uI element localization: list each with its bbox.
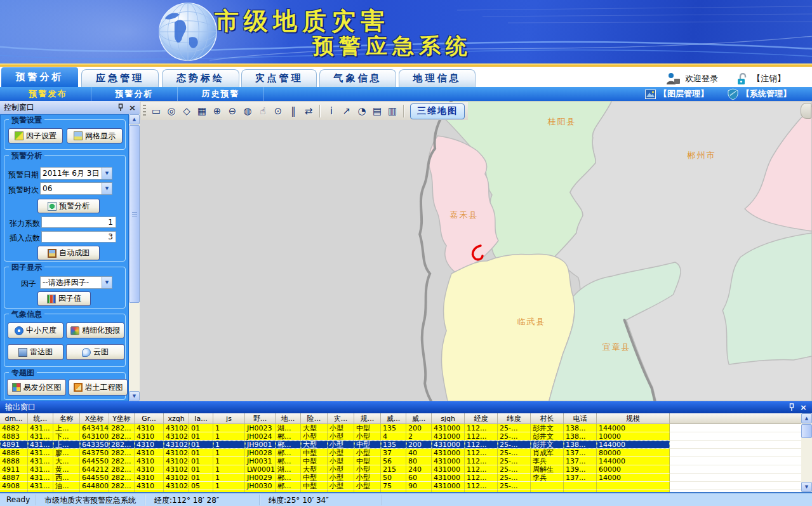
column-header[interactable]: Y坐标 <box>109 413 135 423</box>
pause-icon[interactable]: ‖ <box>286 103 301 119</box>
chevron-down-icon[interactable]: ▼ <box>102 168 112 179</box>
table-row[interactable]: 4886431...廖...643750282...4310431024011J… <box>0 449 801 457</box>
column-header[interactable]: xzqh <box>164 413 189 423</box>
welcome-login[interactable]: 欢迎登录 <box>665 72 718 86</box>
table-row[interactable]: 4891431...上...643350282...4310431024011J… <box>0 441 801 449</box>
column-header[interactable]: 灾... <box>328 413 354 423</box>
factor-select[interactable]: --请选择因子- ▼ <box>40 276 112 289</box>
pan-icon[interactable]: ☝ <box>255 103 270 119</box>
main-tab-6[interactable]: 地理信息 <box>399 69 476 87</box>
column-header[interactable]: 经度 <box>465 413 498 423</box>
control-panel-close-icon[interactable]: × <box>129 105 136 111</box>
control-panel-scrollbar[interactable]: ▲ ▼ <box>129 114 140 401</box>
grid-select-icon[interactable]: ▦ <box>194 103 210 119</box>
column-header[interactable]: js <box>213 413 245 423</box>
geotech-map-button[interactable]: 岩土工程图 <box>69 379 128 396</box>
zoom-in-icon[interactable]: ⊕ <box>210 103 225 119</box>
measure-circle-icon[interactable]: ◎ <box>164 103 179 119</box>
identify-icon[interactable]: i <box>324 103 339 119</box>
factor-value-button[interactable]: 因子值 <box>37 291 91 306</box>
scrollbar-thumb[interactable] <box>129 125 140 303</box>
chevron-down-icon[interactable]: ▼ <box>102 183 112 194</box>
factor-settings-button[interactable]: 因子设置 <box>8 128 63 143</box>
column-header[interactable]: 野... <box>245 413 276 423</box>
column-header[interactable]: la... <box>189 413 213 423</box>
factor-select-value: --请选择因子- <box>43 277 89 288</box>
column-header[interactable]: 威... <box>381 413 406 423</box>
zoom-box-icon[interactable]: ⊙ <box>270 103 286 119</box>
warning-analyze-button[interactable]: 预警分析 <box>37 199 100 213</box>
table-row[interactable]: 4882431...上...643414282...4310431024011J… <box>0 424 801 432</box>
column-header[interactable]: Gr... <box>135 413 164 423</box>
warning-time-select[interactable]: 06 ▼ <box>40 182 112 195</box>
gauge-icon[interactable]: ◔ <box>354 103 369 119</box>
output-pin-icon[interactable] <box>789 403 795 411</box>
tension-coefficient-input[interactable] <box>41 216 116 228</box>
zoom-out-icon[interactable]: ⊖ <box>225 103 240 119</box>
main-tab-4[interactable]: 灾点管理 <box>241 69 317 87</box>
main-tab-5[interactable]: 气象信息 <box>319 69 396 87</box>
table-cell: 中型 <box>354 441 381 449</box>
auto-map-button[interactable]: 自动成图 <box>37 246 100 260</box>
map-3d-button[interactable]: 三维地图 <box>410 103 465 119</box>
table-row[interactable]: 4911431...黄...644212282...4310431025011L… <box>0 465 801 474</box>
export-icon[interactable]: ↗ <box>339 103 354 119</box>
column-header[interactable]: X坐标 <box>80 413 109 423</box>
scroll-down-icon[interactable]: ▼ <box>801 482 812 492</box>
swap-refresh-icon[interactable]: ⇄ <box>301 103 316 119</box>
column-header[interactable]: 规... <box>354 413 381 423</box>
zoning-map-button[interactable]: 易发分区图 <box>7 379 66 396</box>
column-header[interactable]: 统... <box>28 413 53 423</box>
column-header[interactable]: dm... <box>0 413 28 423</box>
column-header[interactable]: 规模 <box>597 413 670 423</box>
column-header[interactable]: 名称 <box>53 413 80 423</box>
app-title-line2: 预警应急系统 <box>312 32 472 61</box>
control-panel-pin-icon[interactable] <box>117 103 124 112</box>
chevron-down-icon[interactable]: ▼ <box>102 277 112 288</box>
table-cell: 小型 <box>301 432 328 441</box>
table-row[interactable]: 4883431...下...643100282...4310431024011J… <box>0 432 801 441</box>
measure-distance-icon[interactable]: ▭ <box>149 103 164 119</box>
insert-points-input[interactable] <box>41 231 116 243</box>
column-header[interactable]: 纬度 <box>498 413 531 423</box>
map-canvas[interactable]: 桂阳县郴州市嘉禾县临武县宜章县 ▭◎◇▦⊕⊖◍☝⊙‖⇄i↗◔▤▥ 三维地图 <box>140 101 812 401</box>
table-cell: 小型 <box>354 482 381 490</box>
scroll-up-icon[interactable]: ▲ <box>801 413 812 423</box>
table-row[interactable]: 4887431...西...644550282...4310431024011J… <box>0 474 801 482</box>
main-tab-1[interactable]: 预警分析 <box>1 67 78 87</box>
main-tab-2[interactable]: 应急管理 <box>81 69 159 87</box>
sub-tab-2[interactable]: 预警分析 <box>91 87 178 101</box>
column-header[interactable]: 威... <box>406 413 432 423</box>
column-header[interactable]: 电话 <box>564 413 597 423</box>
scroll-up-icon[interactable]: ▲ <box>129 114 140 124</box>
layer-management-button[interactable]: 【图层管理】 <box>645 87 709 101</box>
column-header[interactable]: 村长 <box>531 413 564 423</box>
output-scrollbar[interactable]: ▲ ▼ <box>801 413 812 492</box>
measure-polygon-icon[interactable]: ◇ <box>179 103 194 119</box>
print-preview-icon[interactable]: ▥ <box>385 103 400 119</box>
column-header[interactable]: sjqh <box>432 413 465 423</box>
print-icon[interactable]: ▤ <box>369 103 385 119</box>
logout-button[interactable]: 【注销】 <box>736 72 785 86</box>
column-header[interactable]: 地... <box>276 413 301 423</box>
map-corner-widget[interactable] <box>801 103 811 119</box>
scrollbar-thumb[interactable] <box>801 424 812 438</box>
refined-forecast-button[interactable]: 精细化预报 <box>66 323 124 338</box>
full-extent-icon[interactable]: ◍ <box>240 103 255 119</box>
table-row[interactable]: 4908431...油...644800282...4310431024051J… <box>0 482 801 490</box>
sub-tab-3[interactable]: 历史预警 <box>178 87 264 101</box>
grid-display-button[interactable]: 网格显示 <box>67 128 123 143</box>
warning-date-select[interactable]: 2011年 6月 3日 ▼ <box>40 167 112 180</box>
toolbar-grip[interactable] <box>143 105 146 117</box>
main-tab-3[interactable]: 态势标绘 <box>162 69 239 87</box>
system-management-button[interactable]: 【系统管理】 <box>728 87 791 101</box>
output-close-icon[interactable]: × <box>800 404 807 411</box>
meso-scale-button[interactable]: 中小尺度 <box>8 323 63 338</box>
column-header[interactable]: 险... <box>301 413 328 423</box>
sub-tab-1[interactable]: 预警发布 <box>5 87 91 101</box>
table-row[interactable]: 4888431...大...644550282...4310431024011J… <box>0 457 801 465</box>
scroll-down-icon[interactable]: ▼ <box>129 391 140 401</box>
table-cell: 40 <box>406 449 432 457</box>
cloud-map-button[interactable]: 云图 <box>66 344 124 360</box>
radar-map-button[interactable]: 雷达图 <box>8 344 63 360</box>
